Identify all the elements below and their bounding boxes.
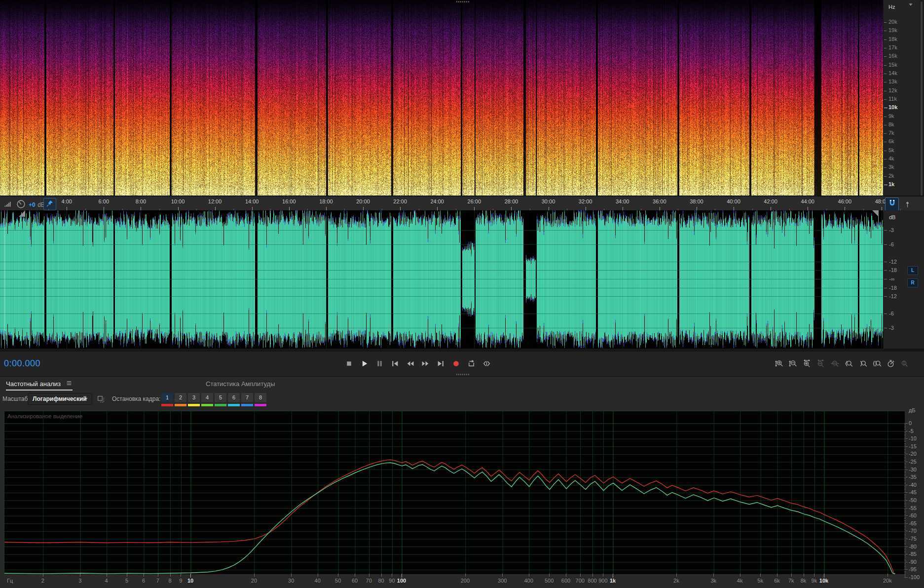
- forward-button[interactable]: [419, 357, 432, 370]
- clock-icon[interactable]: [15, 198, 27, 210]
- frequency-axis-label: 5: [125, 578, 128, 584]
- time-label: 36:00: [653, 198, 666, 204]
- snap-button[interactable]: [885, 197, 899, 211]
- time-label: 12:00: [208, 198, 222, 204]
- range-handle-right[interactable]: [872, 210, 879, 217]
- range-handle-left[interactable]: [19, 210, 25, 217]
- scale-dropdown[interactable]: Логарифмический: [28, 393, 92, 405]
- audition-window: Hz 20k19k18k17k16k15k14k13k12k11k10k9k8k…: [0, 0, 924, 588]
- frequency-axis-label: 300: [498, 578, 507, 584]
- shuttle-button[interactable]: [480, 357, 493, 370]
- channel-button-l[interactable]: L: [907, 266, 918, 275]
- frequency-axis-label: 4: [105, 578, 108, 584]
- hold-color-bar: [255, 404, 266, 406]
- frequency-tick: [884, 31, 887, 31]
- frequency-axis-label: 4k: [737, 578, 743, 584]
- hold-button-4[interactable]: 4: [201, 393, 213, 402]
- panel-grip[interactable]: [456, 1, 469, 2]
- frequency-axis-label: 6: [142, 578, 145, 584]
- hold-button-6[interactable]: 6: [228, 393, 240, 402]
- hold-button-5[interactable]: 5: [215, 393, 226, 402]
- time-display[interactable]: 0:00.000: [4, 358, 40, 369]
- frequency-tick: [884, 176, 887, 177]
- db-axis-label: -70: [909, 528, 917, 534]
- time-label: 30:00: [542, 198, 555, 204]
- time-label: 4:00: [61, 198, 72, 204]
- zoom-in-vertical-button[interactable]: [773, 357, 785, 369]
- frequency-tick-label: 19k: [888, 27, 897, 33]
- hold-button-1[interactable]: 1: [161, 393, 173, 402]
- marker-icon[interactable]: [902, 198, 913, 210]
- zoom-in-horizontal-button[interactable]: [801, 357, 813, 369]
- skip-start-button[interactable]: [388, 357, 401, 370]
- pin-button[interactable]: [43, 198, 56, 210]
- timeline-ruler[interactable]: +0 dB 4:006:008:0010:0012:0014:0016:0018…: [0, 196, 924, 212]
- waveform-view[interactable]: [0, 210, 883, 349]
- zoom-selection-button[interactable]: [871, 357, 883, 369]
- triangle-down-icon[interactable]: [907, 1, 914, 10]
- play-button[interactable]: [358, 357, 370, 370]
- time-label: 6:00: [99, 198, 109, 204]
- time-label: 16:00: [282, 198, 296, 204]
- db-axis-label: -40: [909, 482, 917, 488]
- stop-button[interactable]: [342, 357, 355, 370]
- tab-frequency-analysis[interactable]: Частотный анализ: [6, 377, 73, 391]
- frequency-plot[interactable]: Анализированое выделение: [4, 411, 905, 574]
- waveform-canvas[interactable]: [0, 210, 883, 349]
- frequency-axis-label: 20k: [883, 578, 892, 584]
- spectrogram-view[interactable]: [0, 0, 883, 196]
- channel-button-r[interactable]: R: [907, 278, 918, 287]
- time-label: 34:00: [616, 198, 629, 204]
- hold-color-bar: [175, 404, 186, 406]
- record-button[interactable]: [449, 357, 462, 370]
- db-tick-label: -6: [889, 241, 894, 247]
- frequency-tick-label: 4k: [888, 156, 894, 161]
- time-label: 32:00: [579, 198, 592, 204]
- frequency-axis-label: 50: [335, 578, 341, 584]
- frequency-tick-label: 15k: [888, 62, 897, 68]
- rewind-button[interactable]: [404, 357, 416, 370]
- gain-indicator[interactable]: +0 dB: [29, 200, 45, 209]
- frequency-axis-label: 2: [41, 578, 44, 584]
- zoom-out-horizontal-button: [815, 357, 827, 369]
- frequency-axis-label: 8: [168, 578, 171, 584]
- frequency-tick: [884, 133, 887, 134]
- spectrogram-canvas[interactable]: [0, 0, 883, 196]
- frequency-axis-label: 200: [461, 578, 470, 584]
- hold-button-7[interactable]: 7: [241, 393, 253, 402]
- frequency-axis-label: 90: [389, 578, 395, 584]
- loop-button[interactable]: [465, 357, 478, 370]
- time-label: 26:00: [468, 198, 481, 204]
- copy-graph-icon[interactable]: [95, 393, 107, 405]
- tab-amplitude-statistics[interactable]: Статистика Амплитуды: [206, 377, 275, 391]
- frequency-tick-label: 9k: [888, 113, 894, 119]
- hold-button-2[interactable]: 2: [175, 393, 186, 402]
- db-axis-label: -80: [909, 544, 917, 549]
- levels-icon[interactable]: [2, 198, 13, 209]
- frequency-tick: [884, 151, 887, 151]
- time-label: 40:00: [727, 198, 740, 204]
- panel-grip[interactable]: [456, 374, 469, 375]
- frequency-tick-label: 6k: [888, 138, 894, 144]
- db-axis-label: -25: [909, 459, 917, 465]
- frequency-tick: [884, 39, 887, 40]
- time-label: 46:00: [838, 198, 852, 204]
- menu-icon[interactable]: [66, 380, 73, 388]
- db-tick-label: -18: [889, 267, 897, 273]
- time-label: 24:00: [430, 198, 444, 204]
- hold-button-8[interactable]: 8: [255, 393, 266, 402]
- hold-button-3[interactable]: 3: [188, 393, 200, 402]
- frequency-axis-label: 100: [397, 578, 406, 584]
- skip-end-button[interactable]: [434, 357, 447, 370]
- zoom-out-vertical-button[interactable]: [787, 357, 799, 369]
- db-tick-label: -12: [889, 293, 897, 299]
- frequency-tick: [884, 185, 887, 185]
- frequency-axis-label: 9: [179, 578, 182, 584]
- frequency-axis: Гц 2345678910203040506070809010020030040…: [0, 574, 904, 588]
- zoom-out-point-button[interactable]: [857, 357, 869, 369]
- frequency-axis-label: 2k: [673, 578, 679, 584]
- pause-button[interactable]: [373, 357, 386, 370]
- timer-zoom-button[interactable]: [885, 357, 896, 369]
- gain-value: +0: [29, 201, 36, 208]
- zoom-in-point-button[interactable]: [843, 357, 855, 369]
